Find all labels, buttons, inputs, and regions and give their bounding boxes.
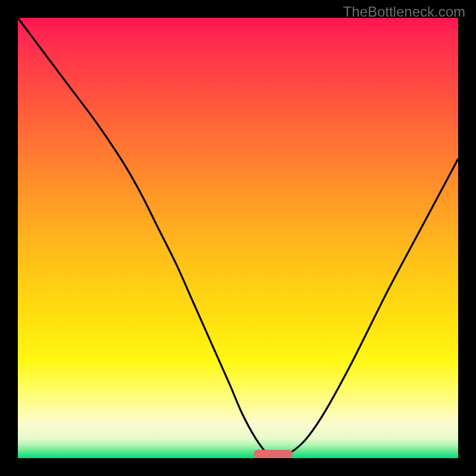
attribution-text: TheBottleneck.com	[343, 4, 465, 20]
optimum-marker	[253, 450, 293, 458]
curve-path	[18, 18, 458, 456]
bottleneck-curve	[18, 18, 458, 458]
bottleneck-chart	[18, 18, 458, 458]
